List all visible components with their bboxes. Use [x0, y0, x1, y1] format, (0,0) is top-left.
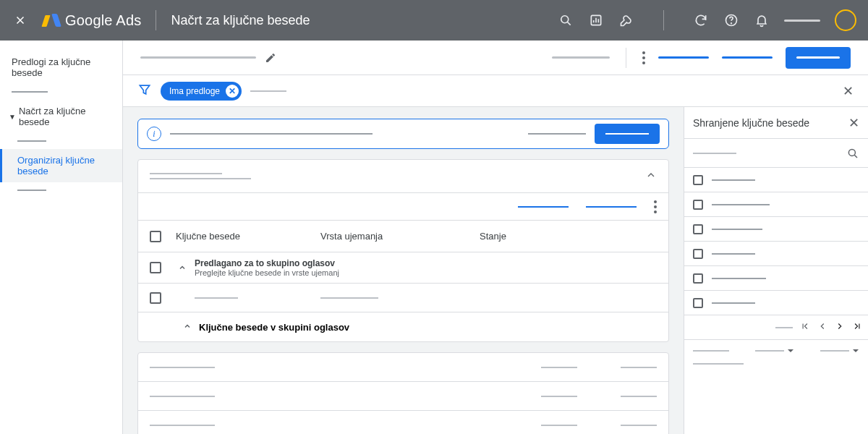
checkbox[interactable]: [693, 273, 703, 284]
prev-page-icon[interactable]: [817, 321, 827, 334]
list-item[interactable]: [684, 242, 868, 266]
checkbox[interactable]: [693, 298, 703, 308]
pagination: [684, 315, 868, 340]
avatar[interactable]: [835, 9, 856, 31]
sidebar-placeholder: [12, 91, 48, 93]
checkbox[interactable]: [693, 249, 703, 259]
header-tools: [558, 9, 856, 31]
adgroup-card: Ključne besede Vrsta ujemanja Stanje Pre…: [137, 159, 669, 342]
sidebar-placeholder[interactable]: [17, 140, 46, 142]
ghost-row[interactable]: [138, 382, 668, 411]
refresh-icon[interactable]: [693, 12, 709, 28]
sidebar-placeholder[interactable]: [17, 190, 46, 191]
more-menu-icon[interactable]: [642, 51, 645, 64]
search-icon[interactable]: [558, 12, 574, 28]
panel-search[interactable]: [684, 139, 868, 168]
card-header[interactable]: [138, 160, 668, 193]
card-link[interactable]: [586, 206, 637, 208]
banner-text: [170, 133, 373, 135]
existing-group-row[interactable]: Ključne besede v skupini oglasov: [138, 312, 668, 341]
checkbox[interactable]: [693, 224, 703, 234]
footer-label: [693, 350, 729, 352]
notifications-icon[interactable]: [754, 12, 770, 28]
filter-icon[interactable]: [137, 82, 152, 100]
svg-point-3: [731, 23, 732, 24]
group-subtitle: Preglejte ključne besede in vrste ujeman…: [195, 268, 339, 277]
more-menu-icon[interactable]: [654, 200, 657, 213]
column-keywords[interactable]: Ključne besede: [176, 231, 320, 242]
svg-point-0: [561, 16, 569, 23]
sidebar-item-organize[interactable]: Organiziraj ključne besede: [0, 149, 122, 182]
list-item[interactable]: [684, 192, 868, 217]
banner-text: [528, 133, 586, 135]
chevron-up-icon[interactable]: [183, 322, 192, 333]
chip-remove-icon[interactable]: ✕: [226, 85, 239, 98]
tools-icon[interactable]: [618, 12, 634, 28]
last-page-icon[interactable]: [852, 321, 862, 334]
dropdown[interactable]: [755, 347, 794, 354]
suggested-group-row[interactable]: Predlagano za to skupino oglasov Preglej…: [138, 252, 668, 284]
ghost-row[interactable]: [138, 411, 668, 434]
divider: [663, 10, 664, 30]
ghost-row[interactable]: [138, 353, 668, 382]
chevron-up-icon[interactable]: [176, 263, 189, 272]
brand-text: Google Ads: [65, 12, 141, 29]
reports-icon[interactable]: [588, 12, 604, 28]
column-state[interactable]: Stanje: [480, 231, 657, 242]
checkbox[interactable]: [150, 262, 161, 273]
card-link[interactable]: [518, 206, 569, 208]
column-match-type[interactable]: Vrsta ujemanja: [320, 231, 480, 242]
checkbox[interactable]: [150, 292, 161, 304]
card-actions: [138, 193, 668, 221]
filter-chip-has-suggestions[interactable]: Ima predloge ✕: [161, 82, 242, 101]
close-filter-icon[interactable]: ✕: [843, 83, 854, 99]
filter-placeholder[interactable]: [250, 90, 286, 92]
toolbar-placeholder: [552, 56, 610, 59]
close-panel-icon[interactable]: ✕: [848, 115, 859, 131]
sidebar-item-suggestions[interactable]: Predlogi za ključne besede: [0, 51, 122, 84]
next-page-icon[interactable]: [835, 321, 845, 334]
sidebar-group-plan[interactable]: ▼ Načrt za ključne besede: [0, 100, 122, 133]
info-icon: i: [147, 127, 161, 141]
dropdown[interactable]: [820, 347, 859, 354]
panel-header: Shranjene ključne besede ✕: [684, 107, 868, 139]
toolbar-link[interactable]: [722, 56, 773, 59]
list-item[interactable]: [684, 291, 868, 315]
select-all-checkbox[interactable]: [150, 231, 161, 242]
svg-point-4: [848, 149, 855, 156]
close-icon[interactable]: [12, 12, 29, 29]
page-title: Načrt za ključne besede: [171, 13, 310, 28]
page-info: [775, 327, 793, 328]
work-area: i K: [123, 107, 684, 434]
section-title: Ključne besede v skupini oglasov: [199, 322, 349, 333]
checkbox[interactable]: [693, 200, 703, 210]
help-icon[interactable]: [723, 12, 739, 28]
logo-icon: [43, 12, 59, 28]
list-item[interactable]: [684, 266, 868, 291]
sidebar-group-label: Načrt za ključne besede: [19, 106, 114, 127]
brand-logo: Google Ads: [43, 12, 141, 29]
primary-action-button[interactable]: [786, 47, 851, 69]
banner-action-button[interactable]: [595, 124, 660, 144]
first-page-icon[interactable]: [800, 321, 810, 334]
plan-name: [140, 56, 256, 59]
info-banner: i: [137, 119, 669, 149]
checkbox[interactable]: [693, 175, 703, 185]
table-row[interactable]: [138, 284, 668, 312]
divider: [626, 48, 626, 68]
divider: [156, 10, 156, 30]
table-header-row: Ključne besede Vrsta ujemanja Stanje: [138, 221, 668, 252]
top-bar: Google Ads Načrt za ključne besede: [0, 0, 868, 41]
caret-down-icon: ▼: [9, 113, 16, 121]
saved-keywords-panel: Shranjene ključne besede ✕: [684, 107, 868, 434]
account-label[interactable]: [784, 20, 820, 22]
collapsed-card: [137, 352, 669, 434]
toolbar-link[interactable]: [658, 56, 709, 59]
search-icon[interactable]: [846, 147, 859, 160]
chevron-up-icon[interactable]: [645, 169, 657, 184]
edit-icon[interactable]: [265, 52, 276, 64]
list-item[interactable]: [684, 168, 868, 192]
main-area: Ima predloge ✕ ✕ i: [123, 41, 868, 434]
panel-footer: [684, 340, 868, 372]
list-item[interactable]: [684, 217, 868, 242]
